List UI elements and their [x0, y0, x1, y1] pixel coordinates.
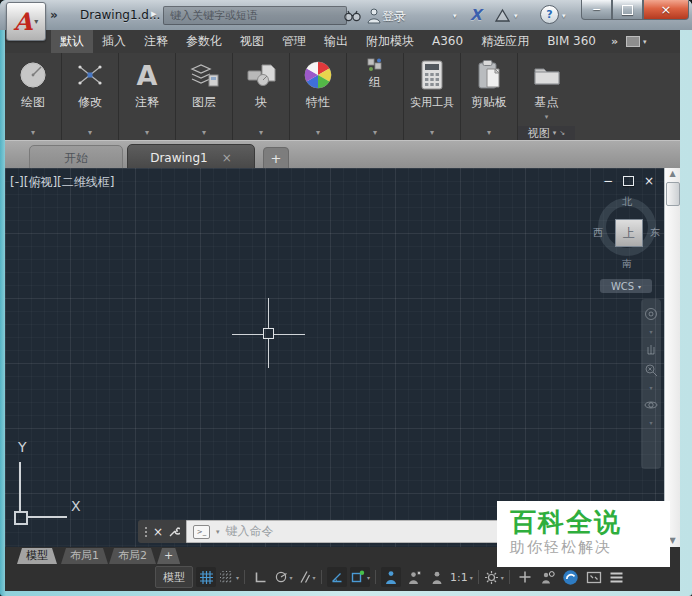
- sign-in-button[interactable]: 登录: [382, 8, 406, 25]
- quick-access-expand-button[interactable]: »: [50, 8, 58, 22]
- scroll-up-icon[interactable]: ▲: [669, 168, 675, 180]
- navigation-bar[interactable]: ▾ ▾ ▾: [641, 299, 661, 469]
- polar-dropdown-icon[interactable]: ▾: [290, 574, 293, 581]
- search-input[interactable]: 键入关键字或短语: [163, 6, 347, 25]
- isolate-objects-button[interactable]: [538, 567, 558, 587]
- minimize-button[interactable]: −: [581, 0, 612, 20]
- panel-group-dropdown-icon[interactable]: ▾: [373, 128, 377, 140]
- panel-group[interactable]: 组 ▾: [347, 53, 404, 140]
- panel-base-dropdown-icon[interactable]: ▾: [545, 113, 549, 121]
- viewport-controls-label[interactable]: [-][俯视][二维线框]: [10, 174, 114, 191]
- orbit-icon[interactable]: [644, 398, 658, 412]
- ribbon-tab-overflow-icon[interactable]: »: [611, 30, 618, 53]
- drawing-restore-button[interactable]: [623, 176, 634, 186]
- panel-clipboard-dropdown-icon[interactable]: ▾: [487, 128, 491, 140]
- osnap-dropdown-icon[interactable]: ▾: [367, 574, 370, 581]
- file-tab-close-icon[interactable]: ×: [222, 151, 232, 165]
- annotation-scale-button[interactable]: [427, 567, 447, 587]
- workspace-dropdown-icon[interactable]: ▾: [501, 574, 504, 581]
- ribbon-tab-home[interactable]: 默认: [51, 30, 93, 53]
- navigation-wheel-icon[interactable]: [644, 307, 658, 321]
- a360-icon[interactable]: [494, 6, 511, 24]
- wrench-icon[interactable]: [168, 526, 180, 538]
- object-snap-button[interactable]: ▾: [350, 567, 370, 587]
- autoscale-button[interactable]: [404, 567, 424, 587]
- viewcube-north-label[interactable]: 北: [622, 195, 632, 209]
- panel-view-base[interactable]: 基点 ▾ 视图 ▾ ↘: [518, 53, 575, 140]
- restore-button[interactable]: [612, 0, 643, 20]
- object-snap-tracking-button[interactable]: [327, 567, 347, 587]
- scroll-down-icon[interactable]: ▼: [669, 535, 675, 547]
- ribbon-tab-featured-apps[interactable]: 精选应用: [472, 30, 538, 53]
- navbar-dropdown-icon[interactable]: ▾: [649, 328, 652, 335]
- search-binoculars-icon[interactable]: [343, 6, 362, 24]
- panel-annotate-dropdown-icon[interactable]: ▾: [145, 128, 149, 140]
- help-dropdown-icon[interactable]: ▾: [562, 12, 566, 20]
- panel-clipboard[interactable]: 剪贴板 ▾: [461, 53, 518, 140]
- ribbon-tab-output[interactable]: 输出: [315, 30, 357, 53]
- drawing-close-button[interactable]: ×: [644, 174, 654, 188]
- view-panel-title[interactable]: 视图 ▾ ↘: [518, 126, 575, 140]
- viewcube-east-label[interactable]: 东: [650, 226, 660, 240]
- help-button[interactable]: ?: [540, 5, 559, 24]
- isometric-drafting-button[interactable]: ▾: [296, 567, 316, 587]
- viewcube-south-label[interactable]: 南: [622, 257, 632, 271]
- panel-block[interactable]: 块 ▾: [233, 53, 290, 140]
- autodesk-exchange-icon[interactable]: X: [470, 6, 482, 24]
- wcs-selector[interactable]: WCS ▾: [600, 279, 652, 293]
- clean-screen-button[interactable]: [584, 567, 604, 587]
- new-layout-button[interactable]: +: [157, 548, 180, 564]
- ribbon-tab-bim360[interactable]: BIM 360: [538, 30, 605, 53]
- polar-tracking-button[interactable]: ▾: [273, 567, 293, 587]
- view-panel-launcher-icon[interactable]: ↘: [559, 129, 565, 137]
- command-dock-grip[interactable]: ×: [138, 520, 186, 543]
- ribbon-tab-parametric[interactable]: 参数化: [177, 30, 231, 53]
- panel-layers[interactable]: 图层 ▾: [176, 53, 233, 140]
- panel-annotate[interactable]: A 注释 ▾: [119, 53, 176, 140]
- command-close-icon[interactable]: ×: [153, 525, 163, 539]
- panel-draw-dropdown-icon[interactable]: ▾: [31, 128, 35, 140]
- panel-properties[interactable]: 特性 ▾: [290, 53, 347, 140]
- a360-dropdown-icon[interactable]: ▾: [514, 12, 518, 20]
- layout-tab-model[interactable]: 模型: [17, 548, 57, 564]
- model-space-button[interactable]: 模型: [155, 566, 193, 588]
- drawing-minimize-button[interactable]: −: [603, 174, 613, 188]
- ribbon-tab-addins[interactable]: 附加模块: [357, 30, 423, 53]
- showmotion-dropdown-icon[interactable]: ▾: [649, 419, 652, 426]
- ribbon-tab-insert[interactable]: 插入: [93, 30, 135, 53]
- isoplane-dropdown-icon[interactable]: ▾: [313, 574, 316, 581]
- command-input[interactable]: >_ ▾ 键入命令: [186, 520, 500, 543]
- drawing-canvas[interactable]: [-][俯视][二维线框] − × 北 南 西 东 上 WCS ▾ ▾ ▾ ▾: [5, 168, 680, 547]
- ribbon-minimize-button[interactable]: ▾: [626, 30, 647, 53]
- panel-utilities[interactable]: 实用工具 ▾: [404, 53, 461, 140]
- ribbon-tab-annotate[interactable]: 注释: [135, 30, 177, 53]
- grid-display-button[interactable]: [196, 567, 216, 587]
- ribbon-tab-view[interactable]: 视图: [231, 30, 273, 53]
- panel-properties-dropdown-icon[interactable]: ▾: [316, 128, 320, 140]
- customization-button[interactable]: [607, 567, 627, 587]
- panel-utilities-dropdown-icon[interactable]: ▾: [430, 128, 434, 140]
- snap-mode-button[interactable]: ▾: [219, 567, 239, 587]
- panel-draw[interactable]: 绘图 ▾: [5, 53, 62, 140]
- panel-modify-dropdown-icon[interactable]: ▾: [88, 128, 92, 140]
- panel-layers-dropdown-icon[interactable]: ▾: [202, 128, 206, 140]
- panel-block-dropdown-icon[interactable]: ▾: [259, 128, 263, 140]
- ribbon-tab-a360[interactable]: A360: [423, 30, 472, 53]
- vertical-scrollbar[interactable]: ▲ ▼: [664, 168, 680, 547]
- pan-hand-icon[interactable]: [644, 342, 658, 356]
- recent-commands-dropdown-icon[interactable]: ▾: [216, 528, 220, 536]
- layout-tab-layout2[interactable]: 布局2: [109, 548, 156, 564]
- annotation-monitor-button[interactable]: [515, 567, 535, 587]
- panel-modify[interactable]: 修改 ▾: [62, 53, 119, 140]
- workspace-switching-button[interactable]: ▾: [484, 567, 504, 587]
- ribbon-tab-manage[interactable]: 管理: [273, 30, 315, 53]
- snap-dropdown-icon[interactable]: ▾: [236, 574, 239, 581]
- annotation-visibility-button[interactable]: [381, 567, 401, 587]
- ortho-mode-button[interactable]: [250, 567, 270, 587]
- close-button[interactable]: ×: [643, 0, 689, 20]
- view-panel-dropdown-icon[interactable]: ▾: [553, 129, 557, 137]
- viewcube-top-face[interactable]: 上: [615, 219, 643, 247]
- graphics-performance-button[interactable]: [561, 567, 581, 587]
- viewcube-west-label[interactable]: 西: [593, 226, 603, 240]
- scrollbar-thumb[interactable]: [666, 182, 680, 206]
